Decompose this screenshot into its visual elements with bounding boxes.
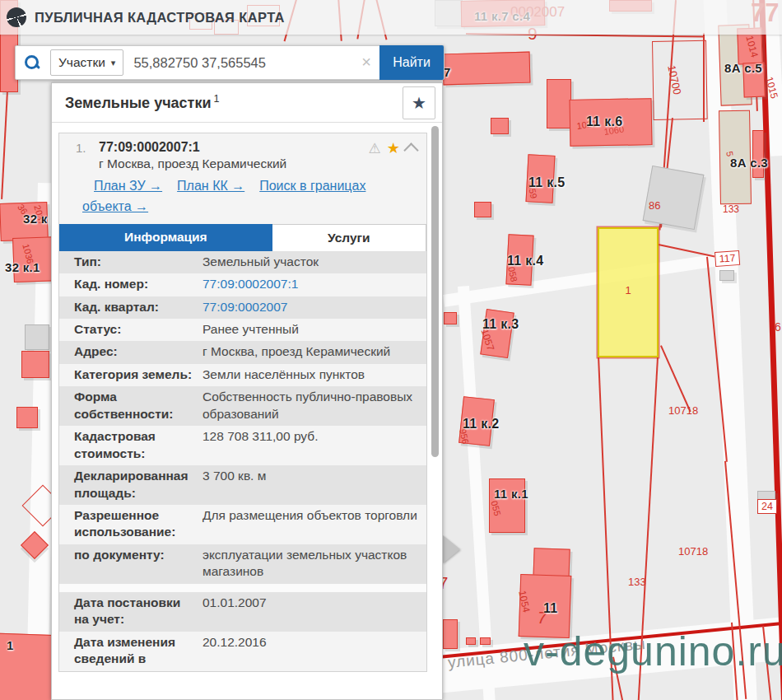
- row-label: Разрешенное использование:: [74, 507, 198, 541]
- favorite-star-icon[interactable]: ★: [387, 139, 400, 157]
- tab-information[interactable]: Информация: [59, 224, 272, 251]
- table-row: Декларированная площадь: 3 700 кв. м: [59, 465, 426, 505]
- table-row: Кад. квартал: 77:09:0002007: [59, 296, 426, 319]
- row-value: г Москва, проезд Керамический: [202, 343, 418, 360]
- map-label: 11 к.4: [507, 254, 544, 268]
- building: [443, 619, 458, 649]
- tab-services[interactable]: Услуги: [272, 224, 426, 251]
- row-value[interactable]: 77:09:0002007: [202, 299, 418, 315]
- clear-icon[interactable]: ×: [360, 53, 379, 73]
- map-label: 11 к.1: [494, 488, 528, 500]
- cadastral-line: [659, 244, 715, 258]
- table-row: Дата изменения сведений в 20.12.2016: [59, 632, 426, 671]
- cadastral-line: [660, 345, 691, 412]
- selected-parcel[interactable]: 1: [598, 227, 659, 357]
- row-label: Адрес:: [74, 343, 198, 360]
- table-row: Разрешенное использование: Для размещени…: [59, 505, 426, 544]
- result-link[interactable]: План КК →: [177, 179, 244, 193]
- watermark: v-degunino.ru: [524, 628, 782, 675]
- category-dropdown[interactable]: Участки ▾: [50, 49, 123, 76]
- favorites-button[interactable]: ★: [403, 86, 435, 119]
- building: [480, 637, 491, 645]
- app-window: 1 улица 800-летия Москвы v-degunino.ru 0…: [0, 0, 782, 700]
- row-label: Кад. номер:: [74, 276, 198, 292]
- building: [752, 130, 764, 178]
- row-value: Земельный участок: [202, 254, 418, 270]
- row-label: Тип:: [74, 254, 198, 270]
- table-row: Статус: Ранее учтенный: [59, 319, 426, 341]
- table-row: Кад. номер: 77:09:0002007:1: [59, 273, 426, 296]
- map-label: 8А с.5: [724, 62, 762, 74]
- result-card-header: 1. 77:09:0002007:1 ⚠ ★ г Москва, проезд …: [59, 133, 426, 217]
- star-icon: ★: [412, 95, 426, 111]
- boxed-label: 24: [757, 499, 777, 514]
- map-label: 6: [775, 321, 781, 333]
- parcel-number: 1: [625, 283, 631, 296]
- panel-scrollbar[interactable]: [431, 126, 439, 457]
- dropdown-caret-icon: ▾: [111, 58, 116, 68]
- row-label: Дата постановки на учет:: [74, 595, 198, 628]
- search-icon[interactable]: [24, 54, 40, 71]
- result-link[interactable]: План ЗУ →: [94, 179, 162, 193]
- map-label: 11: [543, 602, 558, 615]
- building: [444, 312, 457, 324]
- result-links: План ЗУ →План КК →Поиск в границах объек…: [82, 176, 403, 217]
- result-icons: ⚠ ★: [369, 139, 417, 157]
- map-label: 11 к.6: [586, 115, 623, 128]
- result-index: 1.: [76, 141, 86, 155]
- building: [719, 270, 734, 281]
- map-label: 133: [628, 576, 646, 587]
- search-button[interactable]: Найти: [379, 45, 444, 80]
- building: [466, 637, 476, 645]
- row-value: 3 700 кв. м: [202, 468, 418, 502]
- cadastral-line: [1, 91, 8, 199]
- row-value: Земли населённых пунктов: [202, 366, 418, 383]
- app-logo-icon[interactable]: [7, 7, 26, 27]
- row-value: 20.12.2016: [202, 634, 418, 668]
- building: [474, 202, 491, 217]
- row-value: Для размещения объектов торговли: [202, 507, 418, 541]
- warning-icon[interactable]: ⚠: [369, 140, 381, 157]
- search-input[interactable]: [123, 55, 360, 71]
- building: [21, 351, 49, 378]
- row-value: Собственность публично-правовых образова…: [202, 389, 418, 422]
- map-label: 32 к: [23, 212, 48, 225]
- map-label: 8А с.3: [730, 156, 768, 169]
- row-value[interactable]: 77:09:0002007:1: [202, 276, 418, 292]
- table-row: Кадастровая стоимость: 128 708 311,00 ру…: [59, 426, 426, 465]
- results-count: 1: [214, 93, 220, 105]
- map-label: 7: [444, 66, 451, 78]
- row-label: Декларированная площадь:: [74, 468, 198, 502]
- boxed-label: 117: [715, 250, 740, 267]
- table-row: Форма собственности: Собственность публи…: [59, 386, 426, 426]
- building: [25, 324, 49, 350]
- row-label: по документу:: [74, 547, 198, 581]
- tabs: Информация Услуги: [59, 224, 426, 251]
- row-label: Дата изменения сведений в: [74, 634, 198, 668]
- building: [643, 166, 705, 230]
- map-label: 058: [506, 266, 519, 282]
- building: [443, 52, 531, 86]
- panel-collapse-arrow[interactable]: [443, 535, 460, 563]
- map-label: 86: [649, 200, 660, 211]
- table-row: Адрес: г Москва, проезд Керамический: [59, 341, 426, 363]
- map-label: 10718: [668, 405, 698, 416]
- map-label: 956: [458, 428, 470, 445]
- building: [547, 79, 571, 128]
- table-row: Категория земель: Земли населённых пункт…: [59, 364, 426, 386]
- result-address: г Москва, проезд Керамический: [99, 156, 415, 171]
- row-label: Кадастровая стоимость:: [74, 428, 198, 462]
- table-row: Тип: Земельный участок: [59, 251, 426, 273]
- row-label: Статус:: [74, 321, 198, 338]
- table-row: Дата постановки на учет: 01.01.2007: [59, 592, 426, 632]
- header-bar: ПУБЛИЧНАЯ КАДАСТРОВАЯ КАРТА: [0, 0, 782, 35]
- row-value: эксплуатации земельных участков магазино…: [202, 547, 418, 581]
- map-label: 11 к.3: [482, 318, 519, 331]
- row-value: Ранее учтенный: [202, 321, 418, 338]
- collapse-chevron-icon[interactable]: [403, 142, 418, 157]
- category-label: Участки: [58, 55, 105, 70]
- result-cadastral-number: 77:09:0002007:1: [99, 140, 415, 155]
- info-table: Тип: Земельный участок Кад. номер: 77:09…: [59, 251, 426, 671]
- table-row: по документу: эксплуатации земельных уча…: [59, 544, 426, 584]
- map-label: 133: [723, 204, 739, 214]
